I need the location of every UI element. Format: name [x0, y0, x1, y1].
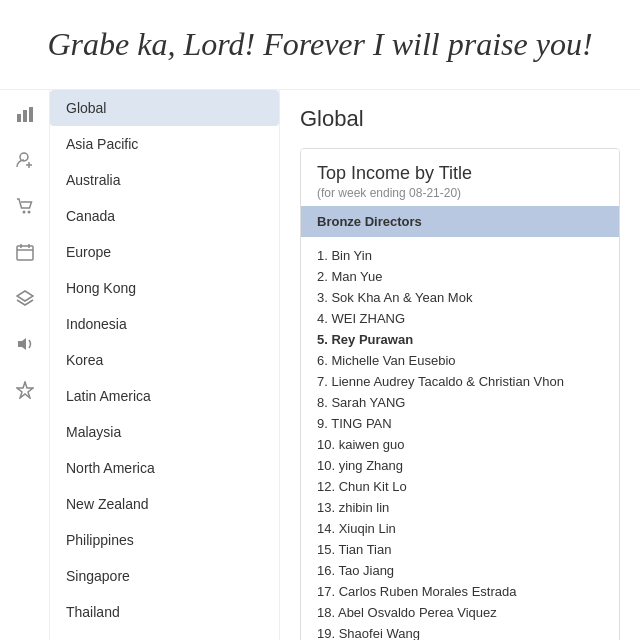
- income-list-item: 8. Sarah YANG: [317, 392, 603, 413]
- icon-sidebar: [0, 90, 50, 640]
- content-area: Global Top Income by Title (for week end…: [280, 90, 640, 640]
- region-item[interactable]: Thailand: [50, 594, 279, 630]
- region-item[interactable]: North America: [50, 450, 279, 486]
- income-list-item: 17. Carlos Ruben Morales Estrada: [317, 581, 603, 602]
- header-banner: Grabe ka, Lord! Forever I will praise yo…: [0, 0, 640, 90]
- region-item[interactable]: Malaysia: [50, 414, 279, 450]
- region-item[interactable]: Global: [50, 90, 279, 126]
- income-card-header: Top Income by Title (for week ending 08-…: [301, 149, 619, 206]
- header-title: Grabe ka, Lord! Forever I will praise yo…: [47, 25, 592, 63]
- region-item[interactable]: Hong Kong: [50, 270, 279, 306]
- income-card: Top Income by Title (for week ending 08-…: [300, 148, 620, 640]
- svg-marker-12: [17, 291, 33, 301]
- income-list-item: 10. kaiwen guo: [317, 434, 603, 455]
- income-card-subtitle: (for week ending 08-21-20): [317, 186, 603, 200]
- income-list-item: 13. zhibin lin: [317, 497, 603, 518]
- calendar-icon[interactable]: [11, 238, 39, 266]
- income-list-item: 16. Tao Jiang: [317, 560, 603, 581]
- income-list-item: 12. Chun Kit Lo: [317, 476, 603, 497]
- region-item[interactable]: Taiwan: [50, 630, 279, 640]
- svg-point-7: [27, 211, 30, 214]
- income-list-item: 3. Sok Kha An & Yean Mok: [317, 287, 603, 308]
- income-list-item: 15. Tian Tian: [317, 539, 603, 560]
- section-header: Bronze Directors: [301, 206, 619, 237]
- main-layout: GlobalAsia PacificAustraliaCanadaEuropeH…: [0, 90, 640, 640]
- region-item[interactable]: Indonesia: [50, 306, 279, 342]
- income-list-item: 4. WEI ZHANG: [317, 308, 603, 329]
- income-list-item: 9. TING PAN: [317, 413, 603, 434]
- svg-marker-13: [18, 338, 26, 350]
- person-add-icon[interactable]: [11, 146, 39, 174]
- region-item[interactable]: Europe: [50, 234, 279, 270]
- income-list-item: 14. Xiuqin Lin: [317, 518, 603, 539]
- income-list: 1. Bin Yin2. Man Yue3. Sok Kha An & Yean…: [301, 237, 619, 640]
- svg-rect-0: [17, 114, 21, 122]
- svg-rect-2: [29, 107, 33, 122]
- income-list-item: 18. Abel Osvaldo Perea Viquez: [317, 602, 603, 623]
- region-item[interactable]: Australia: [50, 162, 279, 198]
- income-list-item: 7. Lienne Audrey Tacaldo & Christian Vho…: [317, 371, 603, 392]
- income-list-item: 6. Michelle Van Eusebio: [317, 350, 603, 371]
- income-list-item: 10. ying Zhang: [317, 455, 603, 476]
- layers-icon[interactable]: [11, 284, 39, 312]
- region-item[interactable]: Singapore: [50, 558, 279, 594]
- svg-rect-8: [17, 246, 33, 260]
- cart-icon[interactable]: [11, 192, 39, 220]
- income-card-title: Top Income by Title: [317, 163, 603, 184]
- region-item[interactable]: Korea: [50, 342, 279, 378]
- income-list-item: 2. Man Yue: [317, 266, 603, 287]
- income-list-item: 19. Shaofei Wang: [317, 623, 603, 640]
- region-item[interactable]: Philippines: [50, 522, 279, 558]
- region-list: GlobalAsia PacificAustraliaCanadaEuropeH…: [50, 90, 280, 640]
- svg-marker-14: [17, 382, 33, 398]
- region-item[interactable]: Canada: [50, 198, 279, 234]
- income-list-item: 1. Bin Yin: [317, 245, 603, 266]
- content-title: Global: [300, 106, 620, 132]
- region-item[interactable]: Asia Pacific: [50, 126, 279, 162]
- bar-chart-icon[interactable]: [11, 100, 39, 128]
- income-list-item: 5. Rey Purawan: [317, 329, 603, 350]
- region-item[interactable]: New Zealand: [50, 486, 279, 522]
- star-icon[interactable]: [11, 376, 39, 404]
- volume-icon[interactable]: [11, 330, 39, 358]
- svg-rect-1: [23, 110, 27, 122]
- region-item[interactable]: Latin America: [50, 378, 279, 414]
- svg-point-6: [22, 211, 25, 214]
